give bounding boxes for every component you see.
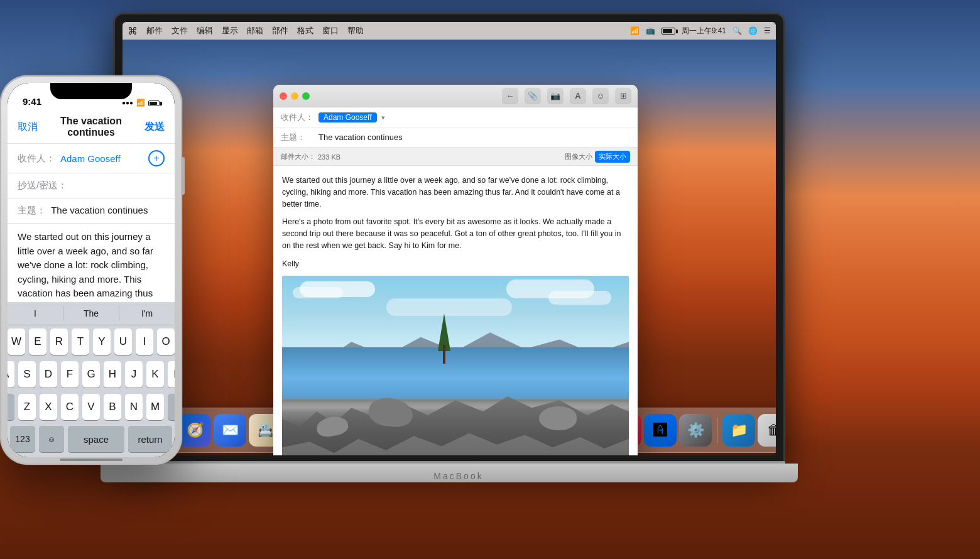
emoji-key[interactable]: ☺ xyxy=(39,426,64,452)
camera-button[interactable]: 📷 xyxy=(547,88,564,104)
tree-silhouette xyxy=(438,313,450,364)
key-s[interactable]: S xyxy=(18,361,36,388)
numbers-key[interactable]: 123 xyxy=(10,426,35,452)
key-c[interactable]: C xyxy=(61,394,79,420)
menubar-format[interactable]: 格式 xyxy=(297,25,313,36)
menubar-mail[interactable]: 邮件 xyxy=(146,25,163,36)
return-key[interactable]: return xyxy=(128,426,172,452)
iphone-to-field-row: 收件人： Adam Gooseff + xyxy=(8,144,175,173)
key-e[interactable]: E xyxy=(29,328,46,355)
menubar-right: 📶 📺 周一上午9:41 🔍 🌐 ☰ xyxy=(630,26,771,36)
tree-trunk xyxy=(443,345,445,364)
iphone-add-recipient-button[interactable]: + xyxy=(148,150,165,166)
key-j[interactable]: J xyxy=(125,361,143,388)
email-signature: Kelly xyxy=(282,258,629,270)
email-photo xyxy=(282,276,629,455)
key-u[interactable]: U xyxy=(114,328,132,355)
cloud4 xyxy=(548,291,611,305)
key-y[interactable]: Y xyxy=(93,328,111,355)
minimize-button[interactable] xyxy=(291,92,298,100)
key-h[interactable]: H xyxy=(104,361,121,388)
key-b[interactable]: B xyxy=(104,394,121,420)
menubar-time: 周一上午9:41 xyxy=(682,26,726,36)
suggestion-im[interactable]: I'm xyxy=(119,306,175,321)
dock-mail-bird[interactable]: ✉️ xyxy=(214,414,246,447)
iphone-compose-title: The vacation continues xyxy=(38,116,144,138)
space-key[interactable]: space xyxy=(68,426,124,452)
subject-value[interactable]: The vacation continues xyxy=(318,133,630,142)
attachment-button[interactable]: 📎 xyxy=(525,88,541,104)
dock-system-preferences[interactable]: ⚙️ xyxy=(679,414,712,447)
delete-key[interactable]: ⌫ xyxy=(168,394,175,420)
iphone-body: 9:41 ●●● 📶 取消 The vacation continues 发送 xyxy=(0,75,182,465)
suggestion-i[interactable]: I xyxy=(8,306,63,321)
font-button[interactable]: A xyxy=(570,88,586,104)
back-button[interactable]: ← xyxy=(502,88,518,104)
emoji-button[interactable]: ☺ xyxy=(592,88,609,104)
menubar-help[interactable]: 帮助 xyxy=(347,25,364,36)
key-l[interactable]: L xyxy=(168,361,175,388)
menubar-view[interactable]: 显示 xyxy=(222,25,238,36)
menubar-mailbox[interactable]: 邮箱 xyxy=(247,25,263,36)
airplay-icon: 📺 xyxy=(646,26,655,35)
macbook-screen-bezel: ⌘ 邮件 文件 编辑 显示 邮箱 部件 格式 窗口 帮助 📶 📺 xyxy=(113,13,785,465)
iphone-screen-area: 9:41 ●●● 📶 取消 The vacation continues 发送 xyxy=(8,83,175,457)
notification-center-icon[interactable]: ☰ xyxy=(764,26,771,35)
key-n[interactable]: N xyxy=(125,394,143,420)
macbook-screen: ⌘ 邮件 文件 编辑 显示 邮箱 部件 格式 窗口 帮助 📶 📺 xyxy=(122,22,776,455)
key-o[interactable]: O xyxy=(157,328,175,355)
iphone-send-button[interactable]: 发送 xyxy=(144,121,165,134)
key-f[interactable]: F xyxy=(61,361,79,388)
maximize-button[interactable] xyxy=(302,92,310,100)
iphone-subject-label: 主题： xyxy=(18,205,46,215)
key-w[interactable]: W xyxy=(8,328,25,355)
siri-icon[interactable]: 🌐 xyxy=(748,26,758,35)
menubar-parts[interactable]: 部件 xyxy=(272,25,288,36)
key-z[interactable]: Z xyxy=(18,394,36,420)
wifi-icon: 📶 xyxy=(136,99,145,107)
iphone-recipient[interactable]: Adam Gooseff xyxy=(60,153,121,164)
close-button[interactable] xyxy=(280,92,287,100)
iphone-cc-field-row: 抄送/密送： xyxy=(8,173,175,198)
shift-key[interactable]: ⬆ xyxy=(8,394,14,420)
keyboard-row-1: Q W E R T Y U I O P xyxy=(8,325,175,358)
keyboard-row-2: A S D F G H J K L xyxy=(8,358,175,391)
key-g[interactable]: G xyxy=(82,361,100,388)
apple-menu-icon[interactable]: ⌘ xyxy=(128,25,138,37)
menubar-window[interactable]: 窗口 xyxy=(322,25,339,36)
iphone-keyboard: I The I'm Q W E R T Y U I O xyxy=(8,302,175,457)
key-r[interactable]: R xyxy=(50,328,68,355)
img-size-select[interactable]: 实际大小 xyxy=(595,151,630,163)
iphone-cancel-button[interactable]: 取消 xyxy=(18,121,38,134)
image-button[interactable]: ⊞ xyxy=(615,88,631,104)
image-size-control[interactable]: 图像大小 实际大小 xyxy=(565,151,630,163)
cellular-icon: ●●● xyxy=(122,99,133,106)
dock-finder[interactable]: 📁 xyxy=(722,414,755,447)
suggestion-the[interactable]: The xyxy=(63,306,119,321)
to-label: 收件人： xyxy=(281,112,318,123)
macos-desktop: ⌘ 邮件 文件 编辑 显示 邮箱 部件 格式 窗口 帮助 📶 📺 xyxy=(122,22,776,455)
dock-trash[interactable]: 🗑 xyxy=(758,414,776,447)
dock-appstore[interactable]: 🅰 xyxy=(644,414,677,447)
iphone-home-indicator xyxy=(60,459,122,461)
key-k[interactable]: K xyxy=(146,361,164,388)
key-d[interactable]: D xyxy=(40,361,57,388)
key-a[interactable]: A xyxy=(8,361,14,388)
email-body[interactable]: We started out this journey a little ove… xyxy=(273,166,638,455)
menubar: ⌘ 邮件 文件 编辑 显示 邮箱 部件 格式 窗口 帮助 📶 📺 xyxy=(122,22,776,40)
dock-safari[interactable]: 🧭 xyxy=(178,414,211,447)
keyboard-row-3: ⬆ Z X C V B N M ⌫ xyxy=(8,391,175,423)
to-value[interactable]: Adam Gooseff ▾ xyxy=(318,112,630,122)
subject-field-row: 主题： The vacation continues xyxy=(273,128,638,148)
iphone-subject-value[interactable]: The vacation continues xyxy=(51,205,148,215)
key-m[interactable]: M xyxy=(146,394,164,420)
key-x[interactable]: X xyxy=(40,394,57,420)
search-icon[interactable]: 🔍 xyxy=(732,26,742,35)
key-v[interactable]: V xyxy=(82,394,100,420)
recipient-chip[interactable]: Adam Gooseff xyxy=(318,112,377,122)
key-i[interactable]: I xyxy=(136,328,153,355)
key-t[interactable]: T xyxy=(72,328,89,355)
keyboard-bottom-row: 123 ☺ space return xyxy=(8,423,175,457)
menubar-edit[interactable]: 编辑 xyxy=(197,25,213,36)
menubar-file[interactable]: 文件 xyxy=(172,25,188,36)
